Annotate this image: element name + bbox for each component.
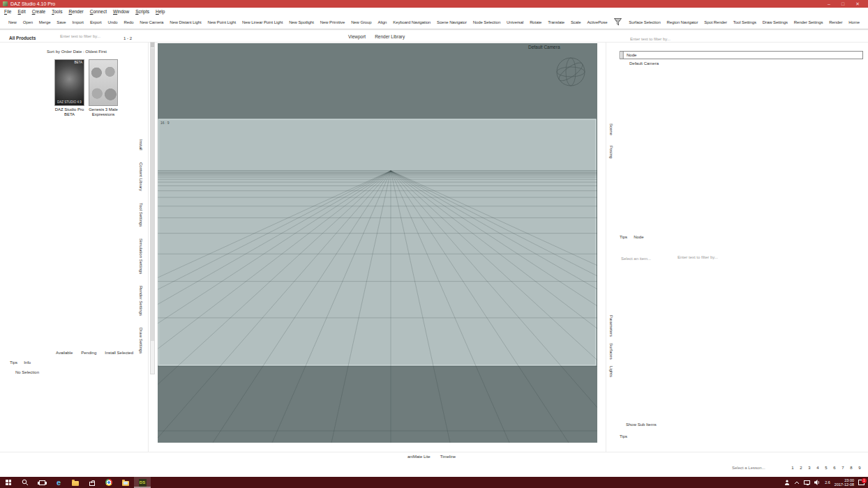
store-button[interactable] — [84, 477, 100, 488]
toolbar-button[interactable]: Translate — [548, 20, 564, 24]
chrome-button[interactable] — [100, 477, 117, 488]
show-sub-items-button[interactable]: Show Sub Items — [626, 422, 657, 427]
toolbar-button[interactable]: Redo — [124, 20, 133, 24]
menu-item[interactable]: Help — [156, 9, 165, 14]
scroll-up-arrow[interactable] — [151, 43, 154, 47]
bottom-pane-tab[interactable]: Timeline — [440, 455, 456, 459]
right-pane-tab[interactable]: Lights — [609, 366, 613, 377]
lesson-number-button[interactable]: 1 — [790, 466, 795, 470]
pose-filter-funnel-icon[interactable] — [613, 17, 622, 26]
lesson-number-button[interactable]: 5 — [823, 466, 829, 470]
orbit-globe-control[interactable] — [555, 56, 587, 88]
footer-filter-button[interactable]: Available — [56, 351, 73, 355]
left-pane-tab[interactable]: Draw Settings — [139, 328, 143, 353]
toolbar-button[interactable]: Render — [829, 20, 842, 24]
footer-tab[interactable]: Tips — [10, 360, 17, 365]
viewport-pane-tab[interactable]: Viewport — [348, 34, 366, 39]
left-pane-tab[interactable]: Render Settings — [139, 286, 143, 316]
toolbar-button[interactable]: Open — [23, 20, 33, 24]
toolbar-button[interactable]: Save — [57, 20, 66, 24]
start-button[interactable] — [0, 477, 17, 488]
toolbar-button[interactable]: Align — [378, 20, 387, 24]
category-all-products[interactable]: All Products — [9, 36, 36, 40]
scrollbar-thumb[interactable] — [151, 48, 154, 341]
toolbar-button[interactable]: Undo — [108, 20, 118, 24]
toolbar-button[interactable]: Merge — [39, 20, 51, 24]
lesson-number-button[interactable]: 7 — [840, 466, 846, 470]
toolbar-button[interactable]: Surface Selection — [629, 20, 660, 24]
scene-column-header[interactable]: Node — [620, 51, 863, 59]
toolbar-button[interactable]: Node Selection — [473, 20, 500, 24]
file-explorer-button[interactable] — [67, 477, 84, 488]
maximize-button[interactable]: □ — [841, 0, 844, 8]
toolbar-button[interactable]: Export — [90, 20, 102, 24]
daz-studio-taskbar-button[interactable]: DS — [134, 477, 151, 488]
toolbar-button[interactable]: New Spotlight — [289, 20, 314, 24]
toolbar-button[interactable]: Scene Navigator — [437, 20, 467, 24]
footer-tab[interactable]: Info — [24, 360, 31, 365]
menu-item[interactable]: File — [4, 9, 12, 14]
toolbar-button[interactable]: New Point Light — [208, 20, 237, 24]
product-filter-input[interactable] — [60, 34, 120, 38]
minimize-button[interactable]: – — [828, 0, 830, 8]
right-pane-tab[interactable]: Surfaces — [609, 343, 613, 360]
scene-tree-item[interactable]: Default Camera — [629, 61, 659, 66]
toolbar-button[interactable]: Home — [848, 20, 860, 24]
toolbar-button[interactable]: Universal — [507, 20, 523, 24]
right-pane-tab[interactable]: Parameters — [609, 315, 613, 337]
toolbar-button[interactable]: Draw Settings — [763, 20, 788, 24]
documents-folder-button[interactable] — [117, 477, 134, 488]
toolbar-button[interactable]: Region Navigator — [667, 20, 698, 24]
taskbar-search-button[interactable] — [17, 477, 33, 488]
parameters-tab[interactable]: Tips — [620, 235, 627, 239]
lesson-number-button[interactable]: 2 — [798, 466, 804, 470]
left-pane-tab[interactable]: Simulation Settings — [139, 238, 143, 274]
lesson-number-button[interactable]: 8 — [848, 466, 854, 470]
tips-tab[interactable]: Tips — [620, 434, 627, 439]
people-icon[interactable] — [784, 480, 790, 485]
toolbar-button[interactable]: Scale — [571, 20, 581, 24]
active-camera-label[interactable]: Default Camera — [528, 45, 560, 49]
edge-taskbar-button[interactable]: e — [50, 477, 67, 488]
sort-order-label[interactable]: Sort by Order Date : Oldest First — [28, 49, 126, 54]
taskbar-clock[interactable]: 23:00 2017-12-08 — [835, 478, 854, 487]
viewport-3d[interactable]: Default Camera 16 : 9 — [158, 43, 597, 443]
menu-item[interactable]: Edit — [18, 9, 26, 14]
toolbar-button[interactable]: Rotate — [530, 20, 541, 24]
menu-item[interactable]: Create — [32, 9, 46, 14]
lesson-number-button[interactable]: 4 — [815, 466, 821, 470]
products-scrollbar[interactable] — [150, 42, 155, 374]
bottom-pane-tab[interactable]: aniMate Lite — [407, 455, 431, 459]
lesson-number-button[interactable]: 6 — [832, 466, 837, 470]
lesson-selector[interactable]: Select a Lesson... — [732, 466, 765, 470]
toolbar-button[interactable]: Import — [73, 20, 84, 24]
menu-item[interactable]: Window — [113, 9, 129, 14]
action-center-icon[interactable]: 1 — [858, 480, 865, 485]
toolbar-button[interactable]: ActivePose — [587, 20, 607, 24]
close-button[interactable]: ✕ — [855, 0, 860, 8]
toolbar-button[interactable]: New Group — [351, 20, 371, 24]
parameters-tab[interactable]: Node — [634, 235, 643, 239]
left-pane-tab[interactable]: Install — [139, 139, 143, 151]
toolbar-button[interactable]: New Primitive — [320, 20, 345, 24]
toolbar-button[interactable]: New Camera — [140, 20, 163, 24]
menu-item[interactable]: Connect — [90, 9, 107, 14]
volume-icon[interactable] — [814, 480, 821, 485]
lesson-number-button[interactable]: 3 — [807, 466, 812, 470]
display-icon[interactable] — [804, 480, 810, 485]
left-pane-tab[interactable]: Content Library — [139, 162, 143, 191]
menu-item[interactable]: Tools — [52, 9, 62, 14]
viewport-pane-tab[interactable]: Render Library — [375, 34, 405, 39]
footer-filter-button[interactable]: Install Selected — [105, 351, 133, 355]
toolbar-button[interactable]: New Distant Light — [170, 20, 201, 24]
menu-item[interactable]: Scripts — [135, 9, 149, 14]
toolbar-button[interactable]: New — [8, 20, 17, 24]
parameters-filter-input[interactable] — [678, 255, 747, 259]
chevron-up-icon[interactable] — [794, 481, 800, 485]
toolbar-button[interactable]: Keyboard Navigation — [393, 20, 431, 24]
right-pane-tab[interactable]: Posing — [609, 146, 613, 158]
lesson-number-button[interactable]: 9 — [857, 466, 862, 470]
toolbar-button[interactable]: Render Settings — [794, 20, 823, 24]
left-pane-tab[interactable]: Tool Settings — [139, 203, 143, 227]
product-thumbnail[interactable]: BETA DAZ STUDIO 4.9 — [54, 59, 84, 106]
